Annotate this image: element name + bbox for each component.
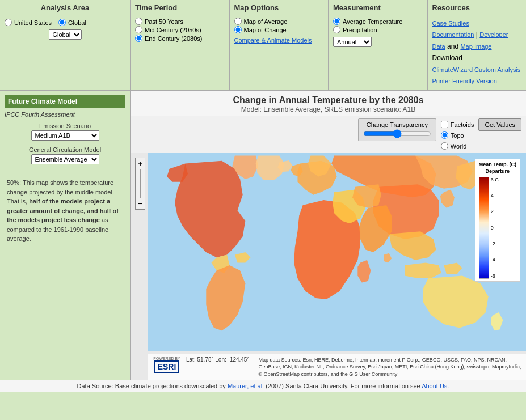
map-change-label: Map of Change	[244, 27, 287, 33]
period-select[interactable]: Annual Spring Summer Fall Winter	[333, 37, 372, 47]
emission-label: Emission Scenario	[5, 122, 125, 129]
factoids-label: Factoids	[451, 121, 474, 128]
gcm-section: General Circulation Model Ensemble Avera…	[5, 146, 125, 164]
midcentury-label: Mid Century (2050s)	[145, 27, 201, 33]
measurement-title: Measurement	[333, 3, 423, 14]
us-radio-row: United States	[5, 19, 52, 26]
us-radio[interactable]	[5, 19, 12, 26]
precip-radio[interactable]	[333, 26, 340, 33]
transparency-slider[interactable]	[363, 129, 431, 138]
sidebar-description: 50%: This map shows the temperature chan…	[5, 176, 125, 246]
midcentury-row: Mid Century (2050s)	[135, 26, 225, 33]
legend-tick-4: 4	[491, 193, 499, 198]
endcentury-row: End Century (2080s)	[135, 35, 225, 42]
area-select-container: Global	[5, 29, 125, 40]
legend-tick-0: 0	[491, 225, 499, 231]
zoom-slider-track	[140, 169, 141, 198]
world-radio[interactable]	[441, 142, 448, 150]
about-us-link[interactable]: About Us.	[422, 383, 449, 389]
footer: Data Source: Base climate projections do…	[0, 380, 526, 392]
color-legend: Mean Temp. (C)Departure 6 C 4 2 0 -2 -4 …	[475, 159, 520, 281]
past50-radio[interactable]	[135, 18, 142, 25]
map-subtitle: Model: Ensemble Average, SRES emission s…	[131, 105, 526, 113]
sidebar-title: Future Climate Model	[5, 95, 125, 108]
legend-title: Mean Temp. (C)Departure	[479, 162, 516, 175]
factoids-checkbox[interactable]	[441, 121, 448, 128]
map-change-radio[interactable]	[234, 26, 242, 33]
case-studies-link[interactable]: Case Studies	[432, 20, 469, 27]
past50-label: Past 50 Years	[145, 18, 183, 25]
endcentury-label: End Century (2080s)	[145, 35, 203, 42]
emission-section: Emission Scenario Low B1 Medium A1B High…	[5, 122, 125, 141]
area-select[interactable]: Global	[49, 29, 82, 40]
map-image-link[interactable]: Map Image	[460, 43, 491, 50]
left-sidebar: Future Climate Model IPCC Fourth Assessm…	[0, 91, 131, 380]
map-title: Change in Annual Temperature by the 2080…	[131, 95, 526, 105]
esri-logo-container: POWERED BY ESRI	[152, 357, 182, 373]
map-visual[interactable]	[148, 153, 526, 351]
map-avg-row: Map of Average	[234, 18, 324, 25]
footer-text1: Data Source: Base climate projections do…	[77, 383, 226, 389]
footer-text2: (2007) Santa Clara University. For more …	[266, 383, 420, 389]
world-row: World	[441, 142, 474, 150]
analysis-area-radios: United States Global	[5, 18, 125, 27]
time-period-title: Time Period	[135, 3, 225, 14]
world-map-svg	[148, 153, 526, 351]
resources-links: Case Studies Documentation | Developer D…	[432, 18, 522, 87]
map-title-area: Change in Annual Temperature by the 2080…	[131, 91, 526, 116]
transparency-control: Change Transparency	[358, 118, 436, 141]
zoom-panel: + −	[135, 158, 145, 210]
legend-tick-n4: -4	[491, 257, 499, 262]
avg-temp-row: Average Temperature	[333, 18, 423, 25]
maurer-link[interactable]: Maurer, et al.	[228, 383, 264, 389]
topo-label: Topo	[451, 132, 464, 139]
map-options-column: Map Options Map of Average Map of Change…	[230, 0, 329, 90]
zoom-in-button[interactable]: +	[136, 159, 145, 168]
measurement-column: Measurement Average Temperature Precipit…	[329, 0, 428, 90]
world-label: World	[451, 143, 467, 150]
map-avg-label: Map of Average	[244, 18, 288, 25]
legend-content: 6 C 4 2 0 -2 -4 -6	[479, 177, 516, 279]
precip-label: Precipitation	[343, 27, 377, 33]
analysis-area-column: Analysis Area United States Global Globa…	[0, 0, 131, 90]
endcentury-radio[interactable]	[135, 35, 142, 42]
resources-column: Resources Case Studies Documentation | D…	[428, 0, 527, 90]
printer-friendly-link[interactable]: Printer Friendly Version	[432, 78, 497, 84]
legend-gradient	[479, 177, 489, 279]
gcm-label: General Circulation Model	[5, 146, 125, 153]
analysis-area-title: Analysis Area	[5, 3, 125, 14]
main-content: Future Climate Model IPCC Fourth Assessm…	[0, 91, 526, 380]
map-area: Change in Annual Temperature by the 2080…	[131, 91, 526, 380]
map-options-title: Map Options	[234, 3, 324, 14]
global-radio[interactable]	[58, 19, 66, 26]
transparency-label: Change Transparency	[367, 121, 428, 128]
sidebar-model-label: IPCC Fourth Assessment	[5, 111, 125, 118]
legend-tick-6: 6 C	[491, 177, 499, 183]
map-avg-radio[interactable]	[234, 18, 242, 25]
global-radio-row: Global	[58, 19, 86, 26]
precip-row: Precipitation	[333, 26, 423, 33]
map-container: + − Mean Temp. (C)Departure 6 C 4 2 0 -2	[131, 153, 526, 380]
zoom-controls: + −	[135, 158, 145, 210]
compare-animate-link[interactable]: Compare & Animate Models	[234, 37, 312, 44]
climatewizard-link[interactable]: ClimateWizard Custom Analysis	[432, 66, 521, 73]
emission-select[interactable]: Low B1 Medium A1B High A2	[31, 130, 99, 141]
avg-temp-radio[interactable]	[333, 18, 340, 25]
get-values-button[interactable]: Get Values	[478, 118, 521, 131]
topo-radio[interactable]	[441, 131, 448, 139]
global-label: Global	[68, 19, 86, 26]
legend-tick-n2: -2	[491, 241, 499, 247]
attribution-text: Map data Sources: Esri, HERE, DeLorme, I…	[258, 357, 521, 378]
documentation-link[interactable]: Documentation	[432, 31, 474, 38]
esri-logo: ESRI	[154, 360, 180, 373]
gcm-select[interactable]: Ensemble Average BCM2 CCSM	[31, 154, 99, 164]
resources-title: Resources	[432, 3, 522, 14]
midcentury-radio[interactable]	[135, 26, 142, 33]
map-change-row: Map of Change	[234, 26, 324, 33]
zoom-out-button[interactable]: −	[136, 199, 145, 208]
time-period-column: Time Period Past 50 Years Mid Century (2…	[131, 0, 230, 90]
avg-temp-label: Average Temperature	[343, 18, 402, 25]
powered-by-text: POWERED BY	[153, 357, 180, 360]
map-layer-options: Factoids Topo World	[441, 120, 474, 151]
legend-ticks: 6 C 4 2 0 -2 -4 -6	[491, 177, 499, 279]
